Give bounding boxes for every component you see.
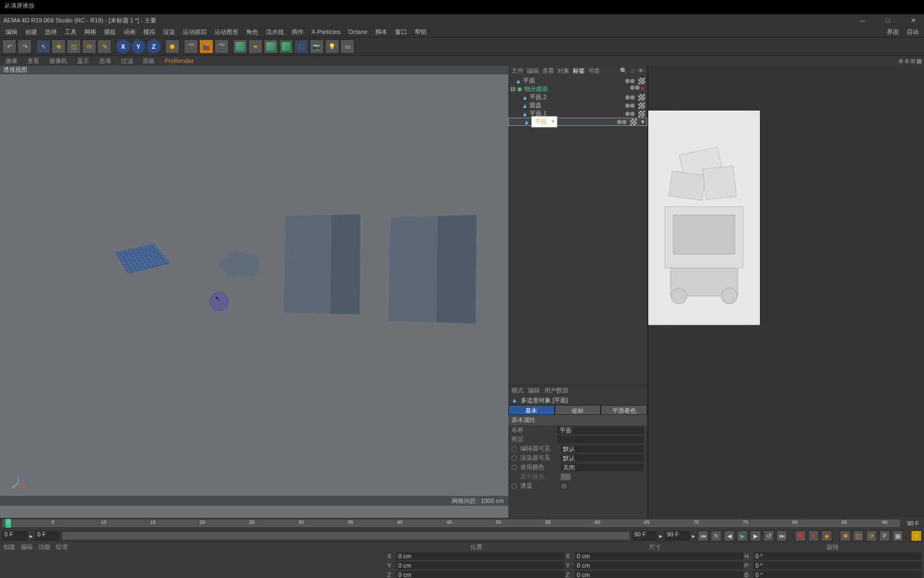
z-axis-button[interactable]: Z [147, 39, 161, 54]
play-button[interactable]: ▶ [737, 530, 748, 541]
menu-script[interactable]: 脚本 [372, 27, 391, 37]
attr-tab-userdata[interactable]: 用户数据 [544, 386, 568, 395]
pos-x-field[interactable]: 0 cm [396, 552, 565, 560]
loop2-button[interactable]: ↺ [763, 530, 774, 541]
vis-dot-icon[interactable] [617, 120, 621, 124]
tree-label[interactable]: 平面 [531, 116, 557, 128]
obj-home-icon[interactable]: ⌂ [631, 67, 635, 74]
end-frame-field-2[interactable]: 90 F [665, 531, 690, 541]
phong-tag-icon[interactable] [638, 94, 645, 101]
vis-dot-icon[interactable] [630, 85, 635, 90]
prop-name-field[interactable]: 平面 [557, 426, 644, 434]
menu-startup[interactable]: 启动 [903, 27, 922, 37]
phong-tag-icon[interactable] [638, 111, 645, 117]
timeline[interactable]: 0 5 10 15 20 25 30 35 40 45 50 55 60 65 … [0, 518, 924, 529]
key-scale-button[interactable]: ◫ [853, 530, 864, 541]
redo-button[interactable]: ↷ [18, 39, 32, 54]
vis-dot-icon[interactable] [625, 103, 630, 108]
obj-tab-tags[interactable]: 标签 [573, 67, 585, 75]
obj-tab-view[interactable]: 查看 [542, 67, 554, 75]
primitive-button[interactable] [233, 39, 247, 54]
render-pv-button[interactable]: 🎬 [199, 39, 213, 54]
tree-row[interactable]: ▲ 平面 [508, 118, 647, 126]
render-settings-button[interactable]: 🎬 [214, 39, 229, 54]
goto-start-button[interactable]: ⏮ [698, 530, 708, 541]
vis-dot-icon[interactable] [622, 120, 626, 124]
next-frame-button[interactable]: ▶ [750, 530, 761, 541]
menu-motiontrack[interactable]: 运动跟踪 [179, 27, 210, 37]
size-y-field[interactable]: 0 cm [574, 562, 743, 569]
obj-tab-edit[interactable]: 编辑 [527, 67, 539, 75]
tree-label[interactable]: 圆盘 [530, 101, 542, 109]
tree-label[interactable]: 平面 [523, 77, 535, 85]
mesh-slab-2[interactable] [388, 215, 476, 323]
prop-use-color-field[interactable]: 关闭 [561, 464, 644, 471]
window-maximize[interactable]: □ [880, 17, 896, 24]
y-axis-button[interactable]: Y [131, 39, 146, 54]
mesh-disc[interactable] [216, 248, 266, 279]
tree-label[interactable]: 细分曲面 [524, 85, 548, 93]
pos-y-field[interactable]: 0 cm [396, 562, 565, 569]
end-frame-field[interactable]: 90 F [632, 531, 657, 541]
autokey-button[interactable] [808, 530, 819, 541]
vp-tab-options[interactable]: 选项 [96, 56, 114, 66]
attr-mtab-phong[interactable]: 平滑着色(Phong) [601, 405, 647, 415]
cloth-button[interactable]: ⬚ [294, 39, 309, 54]
menu-window[interactable]: 窗口 [392, 27, 410, 37]
tree-row[interactable]: ▲ 平面.2 [508, 93, 647, 101]
current-frame-field[interactable]: 0 F [35, 531, 60, 541]
obj-eye-icon[interactable]: 👁 [638, 67, 644, 74]
phong-tag-icon[interactable] [638, 78, 645, 84]
menu-create[interactable]: 创建 [22, 27, 40, 37]
keyframe-sel-button[interactable]: ◆ [821, 530, 832, 541]
enable-icon[interactable]: ✕ [640, 85, 645, 93]
key-pla-button[interactable]: ▦ [892, 530, 903, 541]
scene-button[interactable]: ▭ [340, 39, 355, 54]
spinner-icon[interactable]: ▸ [659, 533, 663, 540]
tree-row[interactable]: ▲ 平面 [508, 77, 647, 85]
menu-tools[interactable]: 工具 [61, 27, 80, 37]
vp-nav-icon[interactable]: ⊕ [898, 57, 903, 65]
light-button[interactable]: 💡 [325, 39, 339, 54]
attr-tab-edit[interactable]: 编辑 [528, 386, 540, 395]
vp-tab-view[interactable]: 查看 [24, 56, 43, 66]
radio-icon[interactable] [512, 483, 517, 489]
recent-tool-button[interactable]: ✎ [97, 39, 112, 54]
move-button[interactable]: ✥ [51, 39, 66, 54]
menu-plugins[interactable]: 插件 [288, 27, 307, 37]
scale-button[interactable]: ◫ [67, 39, 81, 54]
prop-xray-check[interactable] [561, 483, 567, 489]
coord-system-button[interactable]: ⬢ [165, 39, 179, 54]
rot-p-field[interactable]: 0 ° [753, 562, 922, 569]
menu-render[interactable]: 渲染 [160, 27, 178, 37]
vp-tab-prorender[interactable]: ProRender [161, 57, 197, 65]
vis-dot-icon[interactable] [625, 95, 630, 100]
rot-h-field[interactable]: 0 ° [753, 552, 922, 560]
prop-render-vis-field[interactable]: 默认 [561, 454, 644, 462]
key-pos-button[interactable]: ✥ [840, 530, 851, 541]
size-z-field[interactable]: 0 cm [574, 571, 743, 579]
vis-dot-icon[interactable] [630, 79, 635, 83]
timeline-mode-button[interactable]: ≡ [911, 530, 922, 541]
menu-snap[interactable]: 捕捉 [101, 27, 119, 37]
loop-button[interactable]: ↻ [711, 530, 722, 541]
obj-tab-object[interactable]: 对象 [557, 67, 569, 75]
menu-octane[interactable]: Octane [345, 27, 370, 36]
rotate-button[interactable]: ⟳ [82, 39, 96, 54]
goto-end-button[interactable]: ⏭ [776, 530, 787, 541]
render-view-button[interactable]: 🎬 [184, 39, 198, 54]
radio-icon[interactable] [512, 465, 517, 470]
mesh-plane-2[interactable] [164, 247, 217, 275]
expander-icon[interactable]: ⊟ [510, 85, 515, 93]
tree-row[interactable]: ▲ 圆盘 [508, 101, 647, 109]
attr-mtab-basic[interactable]: 基本 [508, 405, 555, 415]
vis-dot-icon[interactable] [635, 85, 640, 90]
tree-label[interactable]: 平面.2 [530, 93, 547, 101]
key-param-button[interactable]: P [879, 530, 890, 541]
menu-character[interactable]: 角色 [243, 27, 261, 37]
window-minimize[interactable]: — [855, 17, 870, 24]
mesh-slab-1[interactable] [284, 214, 361, 314]
vis-dot-icon[interactable] [625, 112, 630, 116]
tree-row[interactable]: ▲ 平面.1 [508, 109, 647, 118]
vis-dot-icon[interactable] [630, 103, 635, 108]
